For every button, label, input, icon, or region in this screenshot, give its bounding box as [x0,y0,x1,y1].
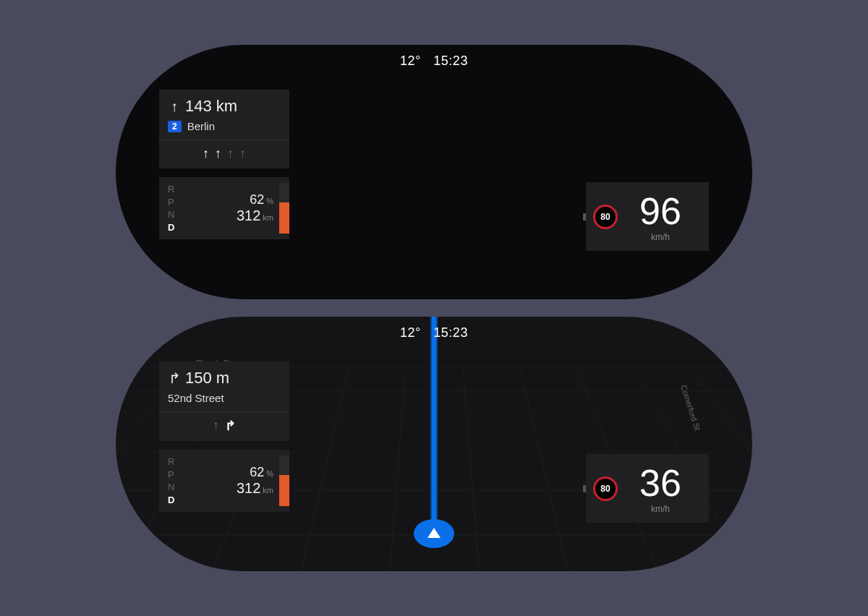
gear-option-selected: D [168,221,184,234]
lane-arrow-icon: ↑ [215,146,221,161]
navigation-card: ↱ 150 m 52nd Street ↑ ↱ [159,362,289,441]
speed-card: 80 96 km/h [586,182,709,251]
lane-guidance: ↑ ↑ ↑ ↑ [159,140,289,168]
lane-guidance: ↑ ↱ [159,411,289,441]
lane-arrow-icon: ↑ [203,146,209,161]
speed-unit: km/h [618,233,703,241]
gear-option: P [168,196,184,209]
gear-option: N [168,208,184,221]
range-value: 312 [237,208,260,223]
range-unit: km [263,213,273,222]
nav-destination: Berlin [187,120,215,132]
gear-option: R [168,455,184,469]
battery-percent-value: 62 [250,465,264,479]
battery-gauge [279,183,289,234]
gear-battery-card: R P N D 62% 312km [159,177,289,239]
speed-card: 80 36 km/h [586,454,709,523]
temperature: 12° [400,54,421,68]
speed-unit: km/h [618,505,703,513]
lane-arrow-icon: ↑ [227,146,234,161]
speed-notch-icon [583,485,586,492]
battery-gauge-fill [279,202,289,234]
left-panel: ↱ 150 m 52nd Street ↑ ↱ R P N D 62% [159,362,289,521]
gear-option: P [168,469,184,482]
speed-notch-icon [583,213,586,221]
nav-distance-row: ↑ 143 km [168,97,281,116]
nav-distance-value: 150 m [185,369,229,388]
battery-percent-unit: % [266,469,273,478]
gear-option: R [168,183,184,196]
clock-time: 15:23 [433,325,468,340]
route-badge: 2 [168,121,182,132]
speed-value: 96 [639,190,681,232]
gear-option: N [168,481,184,494]
lane-arrow-icon: ↑ [239,146,246,161]
range-value: 312 [237,480,260,496]
nav-destination: 52nd Street [168,392,224,404]
lane-arrow-icon: ↑ [213,418,219,434]
nav-destination-row: 2 Berlin [168,120,281,132]
gear-option-selected: D [168,494,184,507]
gear-battery-card: R P N D 62% 312km [159,450,289,512]
route-line [430,317,438,534]
lane-arrow-icon: ↱ [225,418,236,434]
instrument-cluster: 12° 15:23 ↑ 143 km 2 Berlin ↑ ↑ ↑ ↑ R P [116,45,752,299]
speed-limit-sign: 80 [593,205,618,229]
clock-time: 15:23 [433,54,468,68]
gear-selector: R P N D [168,183,184,234]
battery-gauge-fill [279,475,289,507]
left-panel: ↑ 143 km 2 Berlin ↑ ↑ ↑ ↑ R P N D [159,90,289,248]
battery-gauge [279,455,289,506]
status-bar: 12° 15:23 [116,54,752,69]
temperature: 12° [400,325,421,340]
nav-distance-value: 143 km [185,97,237,116]
instrument-cluster: Church St Comerford St 12° 15:23 ↱ 150 m… [116,317,752,571]
gear-selector: R P N D [168,455,184,506]
speed-readout: 96 km/h [618,192,709,241]
speed-readout: 36 km/h [618,464,709,513]
speed-limit-sign: 80 [593,476,618,501]
nav-distance-row: ↱ 150 m [168,369,281,388]
nav-direction-icon: ↱ [168,369,181,387]
battery-percent-value: 62 [250,192,264,207]
vehicle-marker-icon [414,519,454,548]
range-unit: km [263,486,273,495]
nav-direction-icon: ↑ [168,98,181,115]
battery-stats: 62% 312km [184,183,279,234]
speed-value: 36 [639,462,681,504]
nav-destination-row: 52nd Street [168,392,281,404]
battery-stats: 62% 312km [184,455,279,506]
status-bar: 12° 15:23 [116,325,752,341]
navigation-card: ↑ 143 km 2 Berlin ↑ ↑ ↑ ↑ [159,90,289,168]
battery-percent-unit: % [266,197,273,205]
